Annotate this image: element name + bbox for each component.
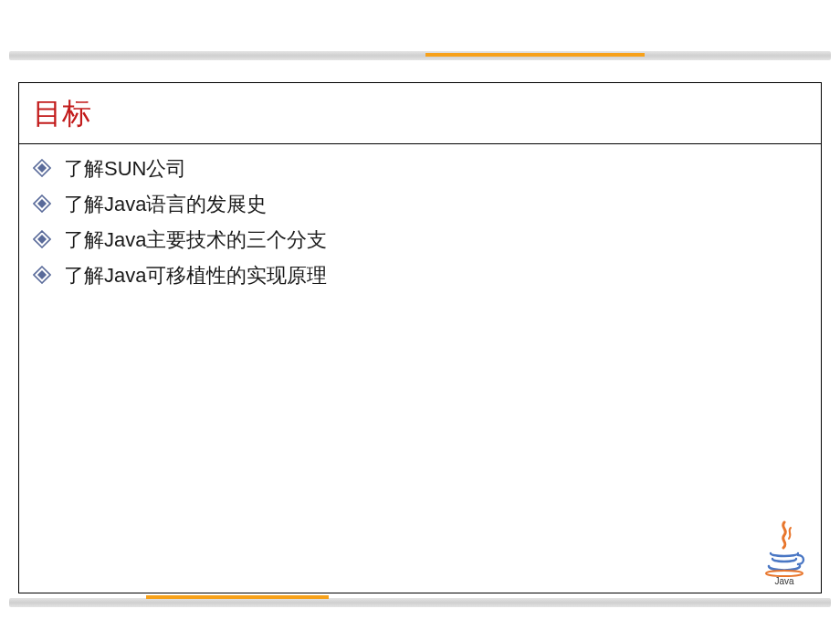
list-item-text: 了解Java可移植性的实现原理: [64, 260, 327, 290]
svg-marker-3: [37, 199, 47, 208]
top-accent-bar: [425, 53, 645, 57]
svg-marker-1: [37, 163, 47, 173]
bullet-list: 了解SUN公司 了解Java语言的发展史 了解Java主要技术的三个分支: [33, 153, 327, 296]
java-logo-label: Java: [761, 576, 807, 586]
diamond-bullet-icon: [33, 230, 53, 250]
java-logo: Java: [761, 520, 807, 584]
list-item-text: 了解SUN公司: [64, 153, 186, 184]
top-divider-bar: [9, 51, 831, 60]
svg-marker-5: [37, 235, 47, 244]
list-item: 了解SUN公司: [33, 153, 327, 184]
list-item-text: 了解Java语言的发展史: [64, 189, 267, 219]
bottom-accent-bar: [146, 595, 329, 599]
list-item: 了解Java语言的发展史: [33, 189, 327, 219]
list-item: 了解Java主要技术的三个分支: [33, 225, 327, 255]
slide: 目标 了解SUN公司 了解Java语言的发展史: [0, 0, 840, 630]
diamond-bullet-icon: [33, 266, 53, 286]
bottom-divider-bar: [9, 598, 831, 607]
slide-title: 目标: [33, 94, 91, 134]
list-item: 了解Java可移植性的实现原理: [33, 260, 327, 290]
svg-marker-7: [37, 270, 47, 279]
title-underline: [18, 143, 822, 144]
list-item-text: 了解Java主要技术的三个分支: [64, 225, 327, 255]
diamond-bullet-icon: [33, 194, 53, 215]
diamond-bullet-icon: [33, 159, 53, 179]
